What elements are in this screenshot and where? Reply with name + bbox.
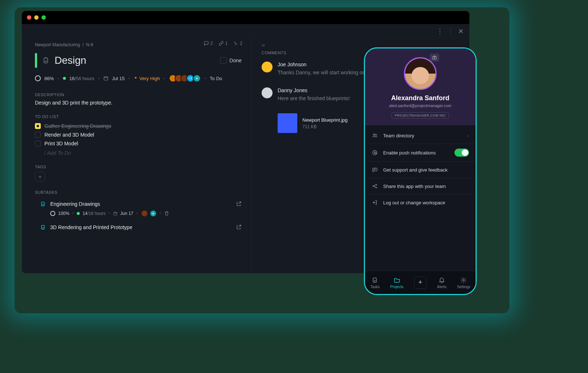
tab-label: Settings: [457, 285, 470, 289]
clipboard-icon: [42, 57, 49, 64]
subtask-percent: 100%: [58, 211, 69, 216]
due-date[interactable]: Jul 15: [112, 76, 125, 81]
progress-ring-icon: [35, 75, 41, 81]
add-tag-button[interactable]: +: [35, 172, 45, 181]
svg-rect-3: [114, 212, 117, 215]
svg-rect-4: [41, 225, 44, 229]
add-assignee-button[interactable]: +: [150, 210, 157, 217]
menu-logout[interactable]: Log out or change workspace: [365, 195, 476, 211]
folder-icon: [393, 276, 401, 284]
window-minimize-dot[interactable]: [34, 15, 39, 20]
svg-rect-5: [433, 56, 437, 59]
menu-label: Get support and give feedback: [383, 167, 469, 173]
svg-point-14: [376, 187, 377, 188]
clipboard-icon: [40, 224, 46, 230]
todo-item[interactable]: Print 3D Model: [35, 139, 242, 148]
svg-point-7: [373, 134, 375, 135]
tab-settings[interactable]: Settings: [457, 276, 470, 289]
collapse-icon[interactable]: ››: [262, 42, 462, 48]
attachment-filename: Newport Blueprint.jpg: [302, 117, 347, 123]
clipboard-icon: [40, 201, 46, 207]
subtask-hours: 14/16 hours: [83, 211, 106, 216]
comment-count[interactable]: 2: [204, 41, 213, 46]
todo-item[interactable]: Gather Engineering Drawings: [35, 122, 242, 130]
chat-icon: [372, 166, 378, 173]
subtask-title: 3D Rendering and Printed Prototype: [50, 224, 132, 230]
settings-menu: Team directory › Enable push notificatio…: [365, 125, 476, 213]
mobile-tabbar: Tasks Projects + Alerts Settings: [365, 271, 476, 294]
status-text[interactable]: To Do: [210, 76, 222, 81]
subtask-item[interactable]: Engineering Drawings 100% • 14/16 hours …: [35, 197, 242, 221]
menu-label: Share this app with your team: [383, 184, 469, 189]
toggle-switch[interactable]: [454, 149, 469, 157]
progress-percent[interactable]: 86%: [44, 76, 54, 81]
tab-projects[interactable]: Projects: [390, 276, 404, 289]
checkbox-checked-icon[interactable]: [35, 123, 41, 129]
gear-icon: [460, 276, 467, 284]
calendar-icon: [103, 76, 108, 81]
add-todo-input[interactable]: / Add To Do: [35, 150, 242, 156]
svg-rect-2: [41, 202, 44, 206]
checkbox-icon[interactable]: [35, 132, 41, 138]
logout-icon: [372, 199, 378, 206]
tab-alerts[interactable]: Alerts: [437, 276, 446, 289]
todo-text: Gather Engineering Drawings: [44, 123, 111, 129]
avatar[interactable]: [262, 87, 273, 98]
todo-label: TO DO LIST: [35, 114, 242, 119]
subtask-item[interactable]: 3D Rendering and Printed Prototype: [35, 221, 242, 234]
menu-label: Log out or change workspace: [383, 200, 469, 205]
todo-item[interactable]: Render and 3D Model: [35, 130, 242, 139]
svg-point-8: [376, 134, 377, 135]
camera-icon[interactable]: [430, 54, 439, 62]
task-stats-row: 2 1 2: [204, 41, 242, 46]
progress-ring-icon: [50, 211, 55, 216]
todo-text: Render and 3D Model: [44, 132, 94, 138]
svg-point-13: [376, 184, 377, 185]
menu-team-directory[interactable]: Team directory ›: [365, 127, 476, 144]
checkbox-icon[interactable]: [35, 141, 41, 146]
tab-tasks[interactable]: Tasks: [370, 276, 380, 289]
profile-name: Alexandra Sanford: [371, 94, 470, 102]
subtask-title: Engineering Drawings: [50, 201, 100, 207]
svg-rect-11: [373, 168, 377, 171]
open-external-icon[interactable]: [236, 201, 242, 207]
more-icon[interactable]: ⋮: [437, 27, 443, 35]
avatar[interactable]: [262, 62, 273, 72]
menu-label: Team directory: [383, 133, 462, 138]
svg-point-12: [373, 186, 374, 187]
workspace-badge: PROJECTMANAGER.COM INC: [392, 112, 449, 119]
open-external-icon[interactable]: [236, 224, 242, 230]
profile-avatar[interactable]: [404, 57, 437, 90]
svg-point-6: [434, 57, 435, 59]
menu-share[interactable]: Share this app with your team: [365, 178, 476, 195]
avatar[interactable]: [141, 210, 148, 217]
close-icon[interactable]: ✕: [458, 27, 464, 35]
comment-author: Danny Jones: [278, 87, 350, 93]
subtask-count[interactable]: 2: [233, 41, 242, 46]
description-text[interactable]: Design and 3D print the prototype.: [35, 100, 242, 106]
menu-support[interactable]: Get support and give feedback: [365, 162, 476, 178]
priority-color-bar: [35, 53, 37, 68]
share-icon: [372, 183, 378, 189]
mobile-profile-screen: Alexandra Sanford aled.sanford@projectma…: [364, 47, 477, 295]
task-meta-row: 86% • 16/56 hours • Jul 15 • Very High •…: [35, 74, 242, 82]
tags-label: TAGS: [35, 165, 242, 169]
trash-icon[interactable]: [164, 211, 169, 216]
profile-email: aled.sanford@projectmanager.com: [371, 103, 470, 108]
bell-icon: [438, 276, 445, 284]
menu-push-notifications[interactable]: Enable push notifications: [365, 144, 476, 162]
assignee-avatars[interactable]: +2 +: [169, 74, 201, 82]
done-checkbox[interactable]: Done: [220, 57, 242, 64]
attachment-size: 711 KB: [302, 124, 347, 129]
window-maximize-dot[interactable]: [41, 15, 46, 20]
priority-badge[interactable]: Very High: [134, 76, 160, 81]
add-assignee-button[interactable]: +: [193, 74, 201, 82]
add-button[interactable]: +: [414, 276, 426, 289]
window-close-dot[interactable]: [27, 15, 31, 20]
hours-logged[interactable]: 16/56 hours: [69, 76, 95, 81]
task-title[interactable]: Design: [55, 55, 86, 66]
subtask-meta: 100% • 14/16 hours • Jun 17 • + •: [40, 210, 242, 217]
svg-rect-15: [373, 278, 377, 282]
calendar-icon: [113, 211, 118, 216]
link-count[interactable]: 1: [219, 41, 228, 46]
